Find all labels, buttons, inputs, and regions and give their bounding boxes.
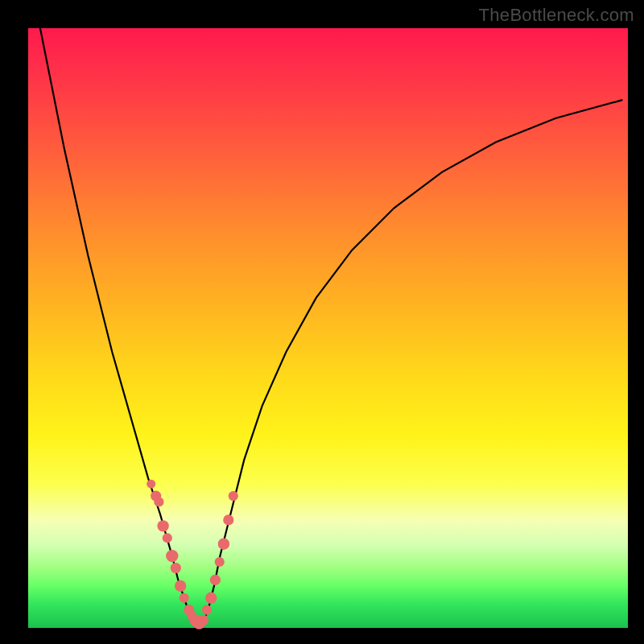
- chart-frame: TheBottleneck.com: [0, 0, 644, 644]
- scatter-dot: [147, 480, 155, 489]
- scatter-dot: [171, 563, 181, 573]
- scatter-dot: [175, 580, 186, 592]
- curve-right-branch: [202, 100, 622, 625]
- scatter-dot: [154, 497, 163, 506]
- chart-svg: [28, 28, 628, 628]
- scatter-dot: [205, 592, 217, 604]
- scatter-dot: [210, 575, 221, 585]
- scatter-dot: [198, 615, 208, 625]
- scatter-dot: [180, 593, 189, 603]
- scatter-dot: [215, 557, 225, 567]
- scatter-dot: [223, 514, 233, 525]
- scatter-dots: [147, 480, 238, 630]
- scatter-dot: [166, 550, 178, 562]
- scatter-dot: [157, 520, 168, 531]
- scatter-dot: [218, 539, 229, 550]
- scatter-dot: [163, 533, 172, 543]
- watermark-label: TheBottleneck.com: [479, 5, 634, 26]
- plot-area: [28, 28, 628, 628]
- scatter-dot: [202, 605, 212, 615]
- curve-left-branch: [40, 28, 196, 625]
- scatter-dot: [229, 491, 238, 501]
